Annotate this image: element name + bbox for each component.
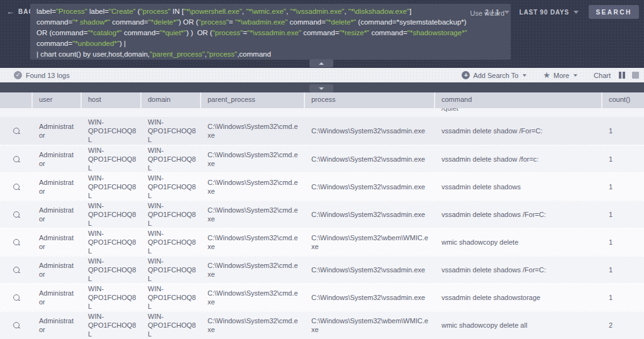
query-token-value: "process": [140, 8, 170, 15]
table-row: AdministratorWIN-QPO1FCHOQ8LWIN-QPO1FCHO…: [0, 255, 644, 283]
cell-actions: [0, 267, 33, 273]
table-row: AdministratorWIN-QPO1FCHOQ8LWIN-QPO1FCHO…: [0, 145, 644, 172]
cell-count: 2: [602, 321, 644, 330]
search-log-icon[interactable]: [13, 211, 19, 218]
query-token: label=: [87, 8, 109, 15]
search-button[interactable]: SEARCH: [589, 5, 639, 19]
cell-process: C:\Windows\System32\wbem\WMIC.exe: [305, 233, 435, 251]
query-token-value: "parent_process": [150, 50, 204, 58]
query-token-value: "*\powershell.exe": [184, 8, 242, 15]
cell-actions: [0, 239, 33, 245]
query-token-value: "Create": [109, 8, 136, 15]
query-token: (command=*systemstatebackup*): [356, 18, 466, 26]
query-token-value: "*catalog*": [87, 29, 121, 36]
query-token: command=: [287, 18, 325, 26]
cell-count: 1: [602, 126, 644, 135]
cell-command: vssadmin delete shadowstorage: [435, 293, 602, 302]
toolbar-actions: + Add Search To ★ More Chart: [445, 71, 639, 79]
cell-count: 1: [602, 293, 644, 302]
query-token-value: "*unbounded*": [72, 40, 119, 47]
status-text: Found 13 logs: [26, 72, 70, 79]
search-log-icon[interactable]: [13, 239, 19, 245]
query-token: OR (command=: [36, 29, 87, 36]
cell-command: vssadmin delete shadows /For=C:: [435, 265, 602, 274]
cell-host: WIN-QPO1FCHOQ8L: [82, 118, 142, 144]
more-label: More: [553, 72, 569, 79]
page-indicator-dropdown[interactable]: 2 / 1: [485, 9, 509, 16]
search-log-icon[interactable]: [13, 156, 19, 162]
query-text: label="Process" label="Create" ("process…: [36, 6, 504, 60]
column-header-domain[interactable]: domain: [142, 92, 201, 108]
column-header-process[interactable]: process: [305, 92, 435, 108]
query-token: ]: [409, 8, 411, 15]
chevron-down-icon: [523, 74, 526, 77]
cell-host: WIN-QPO1FCHOQ8L: [82, 229, 142, 255]
cell-actions: [0, 128, 33, 134]
search-log-icon[interactable]: [13, 267, 19, 273]
search-log-icon[interactable]: [13, 294, 19, 301]
check-circle-icon: ✓: [14, 71, 22, 79]
chart-label: Chart: [594, 72, 611, 79]
query-token-value: "*delete*": [326, 18, 356, 26]
cell-user: Administrator: [33, 233, 82, 251]
query-token: command=: [36, 18, 72, 26]
time-range-dropdown[interactable]: LAST 90 DAYS: [519, 9, 579, 16]
table-row-partial: /quiet: [0, 108, 644, 117]
table-header: userhostdomainparent_processprocesscomma…: [0, 92, 644, 108]
cell-user: Administrator: [33, 289, 82, 306]
collapse-results-button[interactable]: [309, 84, 333, 92]
query-token-value: "process": [207, 50, 237, 58]
bar-chart-icon[interactable]: [619, 72, 625, 79]
star-icon: ★: [543, 71, 550, 79]
column-header-host[interactable]: host: [82, 92, 142, 108]
cell-actions: [0, 156, 33, 162]
cell-parent_process: C:\Windows\System32\cmd.exe: [201, 122, 305, 140]
cell-domain: WIN-QPO1FCHOQ8L: [142, 312, 201, 338]
cell-user: Administrator: [33, 316, 82, 334]
search-status: ✓ Found 13 logs: [5, 71, 70, 79]
column-header-parent_process[interactable]: parent_process: [201, 92, 305, 108]
query-token: command=: [369, 29, 407, 36]
table-strip: [0, 82, 644, 92]
search-log-icon[interactable]: [13, 184, 19, 190]
column-header-actions[interactable]: [0, 92, 33, 108]
query-token-value: "*shadowstorage*": [408, 29, 467, 36]
cell-process: C:\Windows\System32\vssadmin.exe: [305, 126, 435, 135]
query-input[interactable]: label="Process" label="Create" ("process…: [30, 4, 511, 60]
cell-domain: WIN-QPO1FCHOQ8L: [142, 201, 201, 228]
query-token: command=: [36, 40, 72, 47]
more-dropdown[interactable]: ★ More: [543, 71, 577, 79]
add-search-to-dropdown[interactable]: + Add Search To: [462, 71, 526, 79]
column-header-count()[interactable]: count(): [602, 92, 644, 108]
query-token: =: [243, 29, 247, 36]
cell-process: C:\Windows\System32\vssadmin.exe: [305, 182, 435, 191]
column-header-command[interactable]: command: [435, 92, 602, 108]
table-row: AdministratorWIN-QPO1FCHOQ8LWIN-QPO1FCHO…: [0, 172, 644, 200]
cell-parent_process: C:\Windows\System32\cmd.exe: [201, 289, 305, 306]
query-token-value: "*\wbadmin.exe": [235, 18, 288, 26]
add-search-to-label: Add Search To: [473, 72, 518, 79]
results-toolbar: ✓ Found 13 logs + Add Search To ★ More C…: [0, 68, 644, 82]
cell-actions: [0, 184, 33, 190]
cell-count: 1: [602, 265, 644, 274]
cell-parent_process: C:\Windows\System32\cmd.exe: [201, 233, 305, 251]
chevron-up-icon: [319, 62, 324, 65]
cell-user: Administrator: [33, 122, 82, 140]
cell-command: vssadmin delete shadow /For=C:: [435, 126, 602, 135]
cell-count: 1: [602, 238, 644, 247]
cell-actions: [0, 322, 33, 328]
query-token-value: "*\vssadmin.exe": [290, 8, 344, 15]
cell-command: /quiet: [441, 108, 458, 113]
column-header-user[interactable]: user: [33, 92, 82, 108]
query-token: ,command: [237, 50, 271, 58]
search-log-icon[interactable]: [13, 128, 19, 134]
table-row: AdministratorWIN-QPO1FCHOQ8LWIN-QPO1FCHO…: [0, 283, 644, 311]
table-view-icon[interactable]: [632, 72, 639, 79]
query-token: IN [: [170, 8, 184, 15]
cell-host: WIN-QPO1FCHOQ8L: [82, 174, 142, 200]
collapse-query-button[interactable]: [309, 59, 333, 67]
search-log-icon[interactable]: [13, 322, 19, 328]
query-token: ) OR (: [179, 18, 198, 26]
cell-process: C:\Windows\System32\wbem\WMIC.exe: [305, 316, 435, 334]
query-token-value: "Process": [56, 8, 87, 15]
